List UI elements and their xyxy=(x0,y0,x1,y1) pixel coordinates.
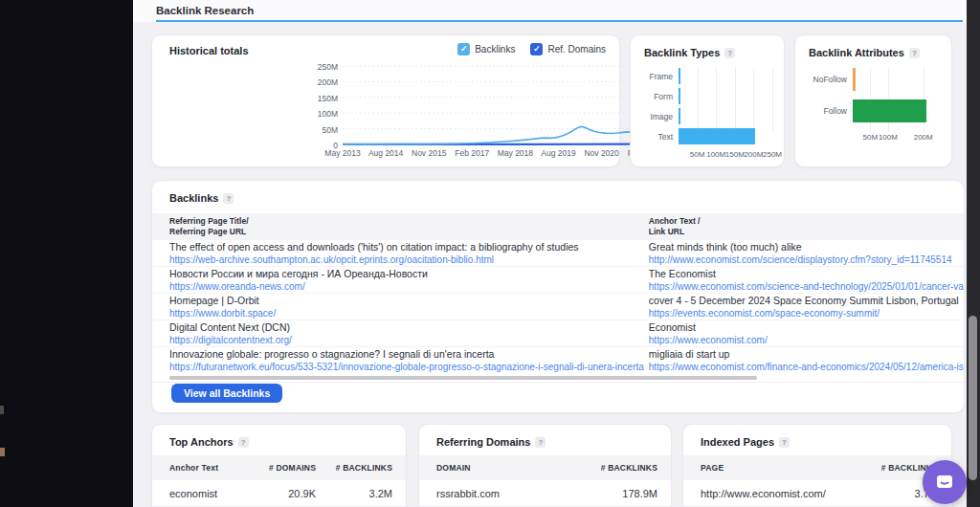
dock-icon-partial xyxy=(0,448,5,456)
help-icon[interactable]: ? xyxy=(909,48,920,58)
chat-widget-button[interactable] xyxy=(923,460,967,504)
referring-page-title: Digital Content Next (DCN) xyxy=(169,320,649,334)
link-url-link[interactable]: http://www.economist.com/science/display… xyxy=(649,254,964,266)
backlinks-count-link[interactable]: 3.2M xyxy=(316,488,392,499)
table-row: rssrabbit.com 178.9M xyxy=(419,480,671,507)
table-row: Новости России и мира сегодня - ИА Ореан… xyxy=(152,267,964,294)
y-axis-labels: 250M200M150M100M50M0 xyxy=(160,62,338,146)
referring-page-title: The effect of open access and downloads … xyxy=(169,240,649,254)
link-url-link[interactable]: https://events.economist.com/space-econo… xyxy=(649,307,964,320)
x-tick-label: Feb 2017 xyxy=(455,148,489,158)
help-icon[interactable]: ? xyxy=(238,437,249,448)
indexed-pages-header: PAGE # BACKLINKS xyxy=(683,455,951,480)
table-row: The effect of open access and downloads … xyxy=(152,240,964,267)
indexed-pages-title: Indexed Pages? xyxy=(701,436,790,448)
anchor-text: migliaia di start up xyxy=(649,347,964,361)
backlinks-checkbox-label: Backlinks xyxy=(475,44,515,55)
ref-domains-checkbox[interactable]: ✓ xyxy=(530,43,543,55)
category-label: Frame xyxy=(642,72,679,81)
horizontal-scrollbar[interactable] xyxy=(152,376,964,381)
chat-icon xyxy=(933,471,956,494)
link-url-link[interactable]: https://www.economist.com/science-and-te… xyxy=(649,280,964,293)
backlinks-checkbox[interactable]: ✓ xyxy=(457,43,470,55)
table-row: Digital Content Next (DCN)https://digita… xyxy=(152,320,964,347)
link-url-link[interactable]: https://www.economist.com/finance-and-ec… xyxy=(649,361,964,373)
page-value: http://www.economist.com/ xyxy=(701,488,861,499)
y-tick-label: 150M xyxy=(318,94,338,103)
x-tick-label: 100M xyxy=(879,133,898,142)
domains-count: 20.9K xyxy=(249,488,316,499)
bar-nofollow xyxy=(853,68,856,91)
x-tick-label: Nov 2020 xyxy=(584,148,618,158)
backlink-attributes-chart: NoFollowFollow50M100M200M xyxy=(807,68,944,143)
referring-page-title: Homepage | D-Orbit xyxy=(169,294,649,307)
window-scrollbar-track[interactable] xyxy=(967,0,980,507)
anchor-text: cover 4 - 5 December 2024 Space Economy … xyxy=(649,294,964,307)
backlinks-table-header: Referring Page Title/Referring Page URL … xyxy=(152,213,964,240)
col-backlinks: # BACKLINKS xyxy=(316,463,392,473)
referring-page-url-link[interactable]: https://digitalcontentnext.org/ xyxy=(169,334,649,346)
category-label: Form xyxy=(642,92,679,101)
col-anchor-text: Anchor Text /Link URL xyxy=(649,213,964,240)
window-scrollbar-thumb[interactable] xyxy=(969,316,977,480)
backlinks-card: Backlinks? Referring Page Title/Referrin… xyxy=(151,180,965,413)
help-icon[interactable]: ? xyxy=(535,437,546,448)
category-label: NoFollow xyxy=(807,75,853,84)
backlink-types-chart: FrameFormImageText50M100M150M200M250M xyxy=(642,68,776,143)
tab-active-underline xyxy=(156,20,963,22)
anchor-text-value: economist xyxy=(169,488,249,499)
col-domains: # DOMAINS xyxy=(249,463,316,473)
indexed-pages-card: Indexed Pages? PAGE # BACKLINKS http://w… xyxy=(682,424,952,507)
y-tick-label: 100M xyxy=(318,109,338,119)
x-tick-label: Nov 2015 xyxy=(412,148,446,158)
x-tick-label: 100M xyxy=(706,150,725,159)
table-row: Homepage | D-Orbithttps://www.dorbit.spa… xyxy=(152,294,964,320)
backlinks-count-link[interactable]: 178.9M xyxy=(581,488,657,499)
backlink-types-title: Backlink Types? xyxy=(644,47,735,58)
referring-page-url-link[interactable]: https://www.dorbit.space/ xyxy=(169,307,649,320)
referring-page-url-link[interactable]: https://www.oreanda-news.com/ xyxy=(169,280,649,293)
anchor-text: Economist xyxy=(649,320,964,334)
referring-domains-header: DOMAIN # BACKLINKS xyxy=(419,455,671,480)
top-anchors-card: Top Anchors? Anchor Text # DOMAINS # BAC… xyxy=(151,424,407,507)
chart-legend: ✓ Backlinks ✓ Ref. Domains xyxy=(457,43,606,55)
col-page: PAGE xyxy=(701,463,861,473)
category-label: Follow xyxy=(807,106,853,116)
x-tick-label: May 2013 xyxy=(324,148,360,158)
help-icon[interactable]: ? xyxy=(779,437,790,448)
bar-text xyxy=(679,128,755,144)
ref-domains-checkbox-label: Ref. Domains xyxy=(547,44,606,55)
bar-form xyxy=(679,88,680,104)
col-anchor-text: Anchor Text xyxy=(169,463,249,473)
referring-page-url-link[interactable]: https://futuranetwork.eu/focus/533-5321/… xyxy=(169,361,649,373)
help-icon[interactable]: ? xyxy=(223,193,234,204)
view-all-backlinks-button[interactable]: View all Backlinks xyxy=(171,384,282,403)
help-icon[interactable]: ? xyxy=(724,48,735,58)
anchor-text: The Economist xyxy=(649,267,964,280)
x-tick-label: 150M xyxy=(725,150,745,159)
bar-image xyxy=(679,108,680,124)
legend-backlinks[interactable]: ✓ Backlinks xyxy=(457,43,515,55)
tab-backlink-research[interactable]: Backlink Research xyxy=(156,5,254,16)
bar-follow xyxy=(853,99,926,122)
col-referring-page: Referring Page Title/Referring Page URL xyxy=(152,213,649,240)
col-backlinks: # BACKLINKS xyxy=(581,463,657,473)
backlink-attributes-card: Backlink Attributes? NoFollowFollow50M10… xyxy=(794,34,952,167)
category-label: Text xyxy=(642,132,679,142)
bar-frame xyxy=(679,68,680,84)
top-anchors-header: Anchor Text # DOMAINS # BACKLINKS xyxy=(152,455,406,480)
referring-domains-card: Referring Domains? DOMAIN # BACKLINKS rs… xyxy=(418,424,672,507)
horizontal-scrollbar-thumb[interactable] xyxy=(169,376,757,380)
domain-value: rssrabbit.com xyxy=(436,488,581,499)
category-label: Image xyxy=(642,112,679,121)
backlink-types-card: Backlink Types? FrameFormImageText50M100… xyxy=(630,34,785,167)
page-header: Backlink Research xyxy=(133,0,967,22)
legend-ref-domains[interactable]: ✓ Ref. Domains xyxy=(530,43,606,55)
link-url-link[interactable]: https://www.economist.com/ xyxy=(649,334,964,346)
x-tick-label: 50M xyxy=(863,133,879,142)
dock-icon-partial xyxy=(0,406,4,414)
backlinks-title: Backlinks? xyxy=(169,192,234,204)
x-tick-label: Aug 2019 xyxy=(541,148,575,158)
app-window: Backlink Research Historical totals ✓ Ba… xyxy=(0,0,980,507)
referring-page-url-link[interactable]: https://web-archive.southampton.ac.uk/op… xyxy=(169,254,649,266)
